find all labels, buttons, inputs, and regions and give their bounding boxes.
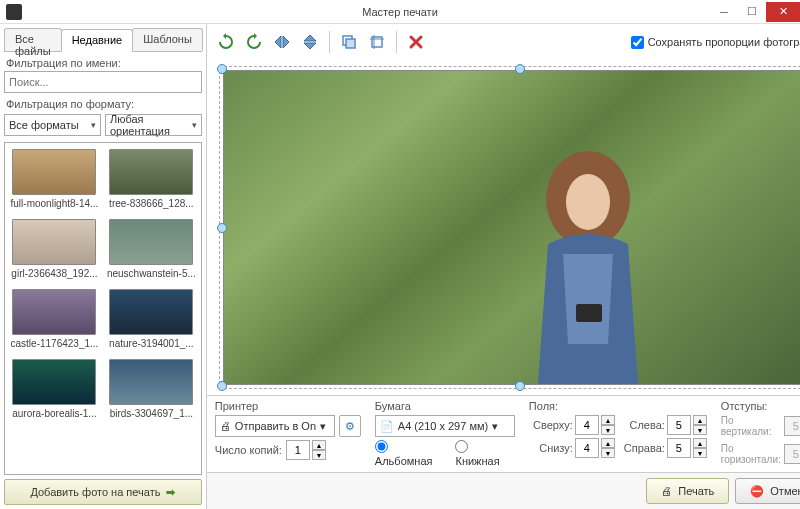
spin-up[interactable]: ▲: [693, 415, 707, 425]
svg-rect-1: [346, 39, 355, 48]
photo-frame[interactable]: [223, 70, 800, 385]
flip-vertical-button[interactable]: [297, 29, 323, 55]
gear-icon: ⚙: [345, 420, 355, 433]
print-button[interactable]: 🖨 Печать: [646, 478, 729, 504]
crop-button[interactable]: [364, 29, 390, 55]
chevron-down-icon: ▾: [492, 420, 498, 433]
thumbnail-image: [109, 149, 193, 195]
cancel-button[interactable]: ⛔ Отмена: [735, 478, 800, 504]
indents-label: Отступы:: [721, 400, 800, 412]
margins-label: Поля:: [529, 400, 707, 412]
thumbnail-item[interactable]: full-moonlight8-14...: [7, 145, 102, 213]
main-area: Сохранять пропорции фотографий: [207, 24, 800, 509]
resize-handle[interactable]: [217, 64, 227, 74]
thumbnail-item[interactable]: aurora-borealis-1...: [7, 355, 102, 423]
filter-format-label: Фильтрация по формату:: [6, 98, 200, 110]
resize-handle[interactable]: [515, 64, 525, 74]
thumbnail-image: [12, 289, 96, 335]
printer-icon: 🖨: [661, 485, 672, 497]
copies-input[interactable]: [286, 440, 310, 460]
thumbnail-item[interactable]: girl-2366438_192...: [7, 215, 102, 283]
maximize-button[interactable]: ☐: [738, 2, 766, 22]
thumbnail-image: [109, 359, 193, 405]
thumbnail-image: [12, 359, 96, 405]
rotate-right-button[interactable]: [241, 29, 267, 55]
printer-dropdown[interactable]: 🖨 Отправить в On ▾: [215, 415, 335, 437]
resize-handle[interactable]: [217, 223, 227, 233]
window-title: Мастер печати: [362, 6, 438, 18]
landscape-radio[interactable]: Альбомная: [375, 440, 448, 467]
spin-up[interactable]: ▲: [601, 438, 615, 448]
spin-up[interactable]: ▲: [693, 438, 707, 448]
filter-name-label: Фильтрация по имени:: [6, 57, 200, 69]
margin-top-input[interactable]: [575, 415, 599, 435]
margin-left-input[interactable]: [667, 415, 691, 435]
thumbnail-label: tree-838666_128...: [106, 198, 196, 209]
thumbnail-label: girl-2366438_192...: [9, 268, 99, 279]
svg-rect-5: [576, 304, 602, 322]
cancel-icon: ⛔: [750, 485, 764, 498]
action-row: 🖨 Печать ⛔ Отмена: [207, 472, 800, 509]
copy-button[interactable]: [336, 29, 362, 55]
app-icon: [6, 4, 22, 20]
resize-handle[interactable]: [515, 381, 525, 391]
thumbnail-item[interactable]: castle-1176423_1...: [7, 285, 102, 353]
paper-label: Бумага: [375, 400, 515, 412]
spin-down[interactable]: ▼: [601, 448, 615, 458]
spin-down[interactable]: ▼: [693, 448, 707, 458]
toolbar: Сохранять пропорции фотографий: [207, 24, 800, 60]
chevron-down-icon: ▾: [320, 420, 326, 433]
chevron-down-icon: ▾: [192, 120, 197, 130]
portrait-radio[interactable]: Книжная: [455, 440, 514, 467]
svg-point-4: [566, 174, 610, 230]
sidebar-tabs: Все файлы Недавние Шаблоны: [4, 28, 202, 52]
photo-subject: [508, 144, 668, 384]
titlebar: Мастер печати ─ ☐ ✕: [0, 0, 800, 24]
printer-settings-button[interactable]: ⚙: [339, 415, 361, 437]
thumbnail-image: [12, 149, 96, 195]
margin-right-input[interactable]: [667, 438, 691, 458]
rotate-left-button[interactable]: [213, 29, 239, 55]
thumbnail-item[interactable]: neuschwanstein-5...: [104, 215, 199, 283]
tab-all-files[interactable]: Все файлы: [4, 28, 62, 51]
search-input[interactable]: [4, 71, 202, 93]
thumbnail-item[interactable]: nature-3194001_...: [104, 285, 199, 353]
margin-bottom-input[interactable]: [575, 438, 599, 458]
thumbnail-image: [109, 219, 193, 265]
sidebar: Все файлы Недавние Шаблоны Фильтрация по…: [0, 24, 207, 509]
spin-down[interactable]: ▼: [693, 425, 707, 435]
delete-button[interactable]: [403, 29, 429, 55]
tab-templates[interactable]: Шаблоны: [132, 28, 203, 51]
resize-handle[interactable]: [217, 381, 227, 391]
spin-up[interactable]: ▲: [312, 440, 326, 450]
thumbnail-item[interactable]: tree-838666_128...: [104, 145, 199, 213]
spin-down[interactable]: ▼: [312, 450, 326, 460]
thumbnail-label: birds-3304697_1...: [106, 408, 196, 419]
canvas[interactable]: [213, 60, 800, 395]
keep-proportions-checkbox[interactable]: Сохранять пропорции фотографий: [631, 36, 800, 49]
tab-recent[interactable]: Недавние: [61, 29, 134, 52]
minimize-button[interactable]: ─: [710, 2, 738, 22]
thumbnail-list[interactable]: full-moonlight8-14...tree-838666_128...g…: [4, 142, 202, 475]
thumbnail-label: full-moonlight8-14...: [9, 198, 99, 209]
thumbnail-label: nature-3194001_...: [106, 338, 196, 349]
thumbnail-image: [12, 219, 96, 265]
copies-label: Число копий:: [215, 444, 282, 456]
spin-down[interactable]: ▼: [601, 425, 615, 435]
spin-up[interactable]: ▲: [601, 415, 615, 425]
orientation-combo[interactable]: Любая ориентация▾: [105, 114, 202, 136]
thumbnail-label: castle-1176423_1...: [9, 338, 99, 349]
arrow-right-icon: ➡: [166, 486, 175, 499]
printer-label: Принтер: [215, 400, 361, 412]
add-photo-button[interactable]: Добавить фото на печать ➡: [4, 479, 202, 505]
indent-v-input: [784, 416, 800, 436]
format-combo[interactable]: Все форматы▾: [4, 114, 101, 136]
thumbnail-label: neuschwanstein-5...: [106, 268, 196, 279]
print-settings-panel: Принтер 🖨 Отправить в On ▾ ⚙ Число копий…: [207, 395, 800, 472]
thumbnail-item[interactable]: birds-3304697_1...: [104, 355, 199, 423]
close-button[interactable]: ✕: [766, 2, 800, 22]
flip-horizontal-button[interactable]: [269, 29, 295, 55]
printer-icon: 🖨: [220, 420, 231, 432]
paper-dropdown[interactable]: 📄 A4 (210 x 297 мм) ▾: [375, 415, 515, 437]
page-icon: 📄: [380, 420, 394, 433]
